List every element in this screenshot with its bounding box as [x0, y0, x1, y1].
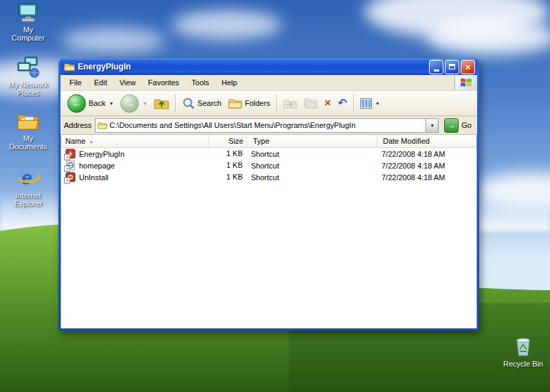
shortcut-overlay-icon: ↗: [64, 166, 70, 172]
toolbar: ← Back ▼ → ▼: [60, 91, 477, 116]
address-dropdown-button[interactable]: ▼: [426, 119, 438, 132]
address-label: Address: [64, 121, 91, 129]
desktop-icon-label: My Network Places: [6, 80, 51, 97]
file-size: 1 KB: [209, 160, 247, 171]
desktop-icon-recycle-bin[interactable]: Recycle Bin: [500, 334, 546, 368]
delete-button[interactable]: ×: [321, 96, 334, 110]
my-documents-icon: [6, 109, 51, 132]
close-button[interactable]: ×: [461, 60, 475, 74]
back-button[interactable]: ← Back ▼: [64, 93, 117, 114]
internet-explorer-icon: e: [6, 166, 51, 189]
copy-to-icon: [304, 98, 318, 109]
minimize-button[interactable]: [429, 60, 443, 74]
delete-icon: ×: [324, 98, 331, 109]
toolbar-separator: [353, 94, 354, 112]
shortcut-overlay-icon: ↗: [64, 177, 70, 184]
folders-button[interactable]: Folders: [225, 96, 274, 110]
menu-favorites[interactable]: Favorites: [142, 76, 185, 89]
views-button[interactable]: ▼: [357, 97, 384, 110]
go-button[interactable]: → Go: [442, 118, 474, 133]
file-date-modified: 7/22/2008 4:18 AM: [377, 162, 476, 170]
title-bar[interactable]: EnergyPlugIn ×: [60, 58, 477, 75]
file-type: Shortcut: [247, 150, 377, 158]
search-icon: [182, 97, 195, 109]
menu-bar: File Edit View Favorites Tools Help: [60, 75, 477, 91]
undo-icon: ↶: [338, 98, 346, 109]
desktop-icon-my-network-places[interactable]: My Network Places: [6, 55, 51, 97]
dropdown-icon: ▼: [142, 101, 147, 106]
list-header: Name ▲ Size Type Date Modified: [61, 135, 476, 148]
chevron-down-icon: ▼: [430, 123, 434, 128]
file-size: 1 KB: [209, 148, 247, 160]
sort-ascending-icon: ▲: [89, 139, 94, 144]
search-label: Search: [197, 99, 221, 107]
forward-icon: →: [120, 94, 139, 113]
file-row[interactable]: ↗ UnInstall 1 KB Shortcut 7/22/2008 4:18…: [61, 171, 476, 183]
folder-icon: [64, 62, 75, 72]
column-label: Date Modified: [383, 137, 430, 145]
recycle-bin-icon: [500, 334, 546, 358]
cloud: [426, 19, 550, 55]
homepage-shortcut-icon: ↗: [65, 160, 76, 171]
uninstall-shortcut-icon: ↗: [65, 172, 76, 182]
up-button[interactable]: [151, 96, 173, 111]
copy-to-button[interactable]: [300, 96, 321, 110]
energyplugin-shortcut-icon: ↗: [65, 149, 76, 159]
desktop-icon-internet-explorer[interactable]: e Internet Explorer: [6, 166, 51, 208]
address-input[interactable]: [109, 120, 426, 131]
views-icon: [360, 98, 372, 109]
shortcut-overlay-icon: ↗: [64, 154, 70, 160]
menu-view[interactable]: View: [113, 76, 142, 89]
maximize-button[interactable]: [445, 60, 459, 74]
my-network-places-icon: [6, 55, 51, 78]
file-type: Shortcut: [247, 173, 377, 182]
search-button[interactable]: Search: [179, 96, 225, 111]
file-row[interactable]: ↗ homepage 1 KB Shortcut 7/22/2008 4:18 …: [61, 160, 476, 171]
file-name: UnInstall: [79, 173, 109, 182]
go-icon: →: [444, 118, 459, 133]
move-to-icon: [283, 98, 297, 109]
up-icon: [154, 97, 169, 109]
column-header-date-modified[interactable]: Date Modified: [377, 135, 476, 147]
desktop-icon-my-computer[interactable]: My Computer: [6, 0, 51, 42]
maximize-icon: [449, 64, 455, 69]
desktop: My Computer My Network Places My Documen: [0, 0, 550, 392]
undo-button[interactable]: ↶: [334, 96, 350, 110]
desktop-icon-label: My Computer: [6, 25, 51, 42]
cloud: [172, 10, 282, 39]
explorer-window: EnergyPlugIn × File Edit View Favorites …: [58, 58, 479, 331]
menu-help[interactable]: Help: [215, 76, 243, 89]
cloud: [62, 28, 165, 54]
desktop-icon-label: Recycle Bin: [500, 360, 546, 368]
file-row[interactable]: ↗ EnergyPlugIn 1 KB Shortcut 7/22/2008 4…: [61, 148, 476, 160]
address-combo[interactable]: ▼: [95, 118, 439, 133]
window-title: EnergyPlugIn: [78, 62, 426, 72]
toolbar-separator: [175, 94, 176, 112]
menu-tools[interactable]: Tools: [186, 76, 216, 89]
minimize-icon: [434, 69, 439, 72]
address-bar: Address ▼ → Go: [60, 116, 477, 135]
menu-edit[interactable]: Edit: [88, 76, 113, 89]
file-date-modified: 7/22/2008 4:18 AM: [377, 150, 476, 158]
file-name: EnergyPlugIn: [79, 150, 124, 158]
back-icon: ←: [67, 94, 86, 113]
file-date-modified: 7/22/2008 4:18 AM: [377, 173, 476, 182]
forward-button[interactable]: → ▼: [117, 93, 151, 114]
desktop-icon-label: My Documents: [6, 134, 51, 151]
svg-text:e: e: [21, 167, 32, 188]
file-size: 1 KB: [209, 171, 247, 183]
menu-file[interactable]: File: [63, 76, 88, 89]
windows-logo-icon: [454, 75, 477, 90]
desktop-icon-my-documents[interactable]: My Documents: [6, 109, 51, 151]
desktop-icon-label: Internet Explorer: [6, 191, 51, 208]
column-header-size[interactable]: Size: [209, 135, 247, 147]
column-header-name[interactable]: Name ▲: [61, 135, 209, 147]
back-label: Back: [89, 99, 105, 107]
file-type: Shortcut: [247, 162, 377, 170]
move-to-button[interactable]: [280, 96, 300, 110]
column-label: Name: [65, 137, 85, 145]
my-computer-icon: [6, 0, 51, 23]
file-list: Name ▲ Size Type Date Modified: [60, 135, 477, 329]
column-header-type[interactable]: Type: [247, 135, 377, 147]
file-name: homepage: [79, 162, 115, 170]
